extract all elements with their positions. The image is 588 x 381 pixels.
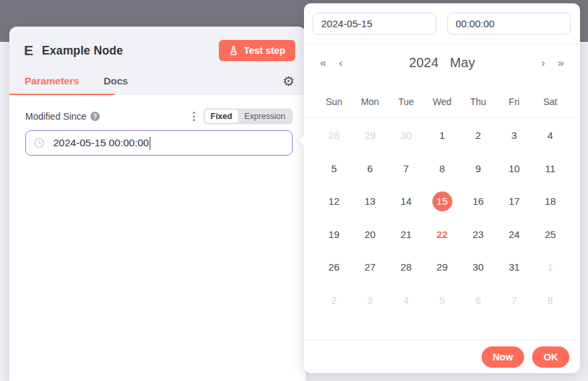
- node-panel-header: E Example Node Test step Parameters Docs…: [9, 27, 306, 95]
- gear-icon[interactable]: ⚙: [283, 74, 295, 88]
- test-step-label: Test step: [243, 45, 285, 56]
- weekday-label: Tue: [388, 96, 424, 107]
- calendar-day[interactable]: 22: [424, 218, 460, 251]
- calendar-day[interactable]: 23: [460, 218, 496, 251]
- parameter-label: Modified Since: [25, 111, 86, 122]
- calendar-day[interactable]: 19: [316, 218, 352, 251]
- toggle-option-fixed[interactable]: Fixed: [205, 110, 239, 123]
- picker-time-input[interactable]: [447, 13, 571, 35]
- calendar-day[interactable]: 2: [316, 284, 352, 317]
- ok-button[interactable]: OK: [532, 346, 569, 368]
- calendar-day[interactable]: 7: [496, 284, 532, 317]
- now-button[interactable]: Now: [482, 346, 525, 368]
- node-icon: E: [24, 43, 33, 59]
- month-label[interactable]: May: [450, 55, 475, 70]
- calendar-day[interactable]: 29: [352, 119, 388, 152]
- calendar-day[interactable]: 12: [316, 185, 352, 218]
- calendar-day[interactable]: 27: [352, 251, 388, 284]
- prev-month-icon[interactable]: ‹: [337, 56, 344, 70]
- calendar-day[interactable]: 7: [388, 152, 424, 186]
- calendar-day[interactable]: 15: [424, 185, 460, 218]
- calendar-day[interactable]: 4: [532, 119, 568, 152]
- calendar-day[interactable]: 16: [460, 185, 496, 218]
- calendar-day[interactable]: 6: [460, 284, 496, 317]
- calendar-day[interactable]: 5: [424, 284, 460, 317]
- picker-date-input[interactable]: [313, 13, 436, 35]
- calendar-day[interactable]: 30: [388, 119, 424, 152]
- calendar-day[interactable]: 31: [496, 251, 532, 284]
- next-year-icon[interactable]: »: [557, 56, 565, 70]
- picker-footer: Now OK: [304, 340, 580, 373]
- weekday-header-row: SunMonTueWedThuFriSat: [304, 96, 580, 107]
- calendar-day[interactable]: 8: [424, 152, 460, 186]
- help-icon[interactable]: ?: [90, 112, 100, 121]
- calendar-day[interactable]: 25: [532, 218, 568, 251]
- calendar-day[interactable]: 6: [352, 152, 388, 186]
- fixed-expression-toggle: Fixed Expression: [204, 108, 293, 124]
- divider: [304, 117, 580, 118]
- calendar-day[interactable]: 13: [352, 185, 388, 218]
- next-month-icon[interactable]: ›: [540, 56, 547, 70]
- calendar-day[interactable]: 17: [496, 185, 532, 218]
- calendar-day[interactable]: 1: [532, 251, 568, 284]
- year-label[interactable]: 2024: [409, 55, 439, 70]
- calendar-day[interactable]: 10: [496, 152, 532, 186]
- calendar-grid: 2829301234567891011121314151617181920212…: [304, 119, 580, 317]
- node-title: Example Node: [42, 44, 123, 58]
- divider: [304, 43, 580, 44]
- active-tab-underline: [9, 94, 114, 95]
- datetime-input[interactable]: 2024-05-15 00:00:00: [25, 130, 293, 156]
- clock-icon: [34, 138, 45, 148]
- node-tabs: Parameters Docs ⚙: [9, 66, 306, 95]
- toggle-option-expression[interactable]: Expression: [238, 110, 291, 123]
- weekday-label: Sun: [316, 96, 352, 107]
- text-cursor: [150, 137, 150, 150]
- node-detail-panel: E Example Node Test step Parameters Docs…: [9, 27, 306, 381]
- weekday-label: Sat: [532, 96, 568, 107]
- tab-parameters[interactable]: Parameters: [25, 75, 79, 86]
- calendar-day[interactable]: 18: [532, 185, 568, 218]
- calendar-day[interactable]: 1: [424, 119, 460, 152]
- calendar-day[interactable]: 20: [352, 218, 388, 251]
- date-picker-popover: « ‹ 2024 May › » SunMonTueWedThuFriSat 2…: [304, 3, 580, 373]
- calendar-day[interactable]: 28: [388, 251, 424, 284]
- prev-year-icon[interactable]: «: [319, 56, 327, 70]
- datetime-value: 2024-05-15 00:00:00: [53, 137, 149, 149]
- calendar-day[interactable]: 26: [316, 251, 352, 284]
- calendar-day[interactable]: 11: [532, 152, 568, 186]
- calendar-day[interactable]: 24: [496, 218, 532, 251]
- weekday-label: Mon: [352, 96, 388, 107]
- calendar-day[interactable]: 8: [532, 284, 568, 317]
- parameters-pane: Modified Since ? Fixed Expression 2024-0…: [9, 95, 306, 156]
- tab-docs[interactable]: Docs: [104, 75, 128, 86]
- kebab-menu-icon[interactable]: [191, 110, 197, 123]
- calendar-day[interactable]: 29: [424, 251, 460, 284]
- calendar-day[interactable]: 5: [316, 152, 352, 186]
- calendar-day[interactable]: 14: [388, 185, 424, 218]
- calendar-day[interactable]: 30: [460, 251, 496, 284]
- flask-icon: [229, 46, 238, 56]
- weekday-label: Wed: [424, 96, 460, 107]
- test-step-button[interactable]: Test step: [219, 40, 295, 61]
- calendar-day[interactable]: 3: [496, 119, 532, 152]
- calendar-day[interactable]: 9: [460, 152, 496, 186]
- calendar-day[interactable]: 21: [388, 218, 424, 251]
- calendar-day[interactable]: 3: [352, 284, 388, 317]
- weekday-label: Fri: [496, 96, 532, 107]
- calendar-day[interactable]: 2: [460, 119, 496, 152]
- weekday-label: Thu: [460, 96, 496, 107]
- calendar-day[interactable]: 4: [388, 284, 424, 317]
- calendar-day[interactable]: 28: [316, 119, 352, 152]
